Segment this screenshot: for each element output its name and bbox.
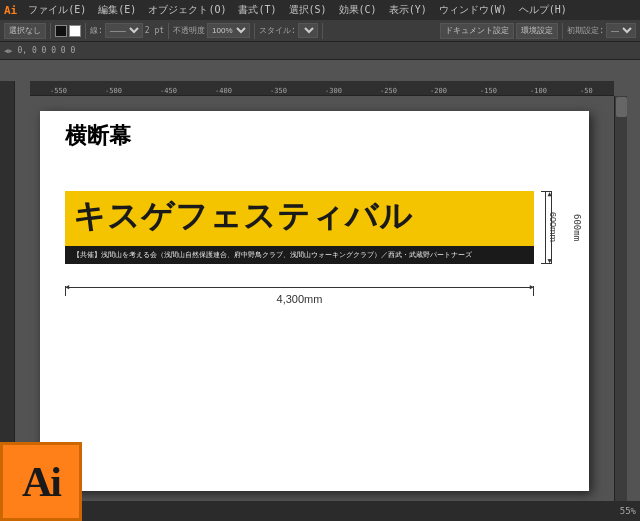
ruler-num-3: -450 — [160, 87, 177, 95]
init-select[interactable]: — — [606, 23, 636, 38]
ruler-top: -550 -500 -450 -400 -350 -300 -250 -200 … — [30, 81, 614, 96]
init-settings: 初期設定: — [567, 25, 604, 36]
toolbar-row2: ◀▶ 0, 0 0 0 0 0 — [0, 42, 640, 60]
width-tick-left — [65, 286, 66, 296]
style-select[interactable]: □ — [298, 23, 318, 38]
ai-logo-text: Ai — [22, 458, 60, 506]
status-bar: 選択 55% — [0, 501, 640, 521]
menu-type[interactable]: 書式(T) — [233, 2, 281, 18]
nav-arrows[interactable]: ◀▶ — [4, 47, 12, 55]
app-icon: Ai — [4, 4, 17, 17]
ruler-left — [0, 81, 15, 501]
fill-color[interactable] — [55, 25, 67, 37]
menu-effect[interactable]: 効果(C) — [334, 2, 382, 18]
height-text: 600mm — [572, 214, 582, 241]
menu-view[interactable]: 表示(Y) — [384, 2, 432, 18]
ruler-num-5: -350 — [270, 87, 287, 95]
workspace: -550 -500 -450 -400 -350 -300 -250 -200 … — [15, 81, 627, 501]
banner-background: キスゲフェスティバル 【共催】浅間山を考える会（浅間山自然保護連合、府中野鳥クラ… — [65, 191, 534, 264]
ruler-num-8: -200 — [430, 87, 447, 95]
ruler-num-10: -100 — [530, 87, 547, 95]
ruler-num-9: -150 — [480, 87, 497, 95]
width-line — [69, 287, 530, 288]
width-dimension: ◀ ▶ 4,300mm — [65, 283, 534, 303]
ruler-num-1: -550 — [50, 87, 67, 95]
menu-select[interactable]: 選択(S) — [284, 2, 332, 18]
stroke-color[interactable] — [69, 25, 81, 37]
right-scrollbar[interactable] — [614, 96, 627, 501]
toolbar-row1: 選択なし 線: —— 2 pt 不透明度 100% スタイル: □ ドキュメント… — [0, 20, 640, 42]
ruler-num-7: -250 — [380, 87, 397, 95]
menu-file[interactable]: ファイル(E) — [23, 2, 91, 18]
ruler-left-canvas — [0, 81, 14, 501]
menu-bar: Ai ファイル(E) 編集(E) オブジェクト(O) 書式(T) 選択(S) 効… — [0, 0, 640, 20]
ruler-num-11: -50 — [580, 87, 593, 95]
doc-title: 横断幕 — [65, 121, 131, 151]
menu-object[interactable]: オブジェクト(O) — [143, 2, 231, 18]
doc-settings-btn[interactable]: ドキュメント設定 — [440, 23, 514, 39]
document: 横断幕 キスゲフェスティバル 【共催】浅間山を考える会（浅間山自然保護連合、府中… — [40, 111, 589, 491]
scrollbar-thumb[interactable] — [616, 97, 627, 117]
canvas-area[interactable]: 横断幕 キスゲフェスティバル 【共催】浅間山を考える会（浅間山自然保護連合、府中… — [15, 96, 614, 501]
height-arrow: ▲ ▼ — [545, 191, 557, 264]
stroke-width: 2 pt — [145, 26, 164, 35]
ruler-num-4: -400 — [215, 87, 232, 95]
stroke-select[interactable]: —— — [105, 23, 143, 38]
height-dimension: 600mm ▲ ▼ 600mm — [545, 191, 582, 264]
ruler-num-6: -300 — [325, 87, 342, 95]
opacity-label: 不透明度 — [173, 25, 205, 36]
status-zoom: 55% — [620, 506, 636, 516]
width-arrow-row: ◀ ▶ — [65, 283, 534, 291]
banner-black-strip: 【共催】浅間山を考える会（浅間山自然保護連合、府中野鳥クラブ、浅間山ウォーキング… — [65, 246, 534, 264]
menu-help[interactable]: ヘルプ(H) — [514, 2, 572, 18]
selection-none[interactable]: 選択なし — [4, 23, 46, 39]
banner-sub-text: 【共催】浅間山を考える会（浅間山自然保護連合、府中野鳥クラブ、浅間山ウォーキング… — [73, 250, 472, 260]
coord-display: 0, 0 0 0 0 0 — [17, 46, 75, 55]
banner-main-text: キスゲフェスティバル — [73, 195, 529, 239]
ai-logo: Ai — [0, 442, 82, 521]
preferences-btn[interactable]: 環境設定 — [516, 23, 558, 39]
style-label: スタイル: — [259, 25, 296, 36]
ruler-num-2: -500 — [105, 87, 122, 95]
width-label: 4,300mm — [277, 293, 323, 305]
width-tick-right — [533, 286, 534, 296]
menu-edit[interactable]: 編集(E) — [93, 2, 141, 18]
opacity-select[interactable]: 100% — [207, 23, 250, 38]
banner: キスゲフェスティバル 【共催】浅間山を考える会（浅間山自然保護連合、府中野鳥クラ… — [65, 191, 534, 281]
menu-window[interactable]: ウィンドウ(W) — [434, 2, 512, 18]
stroke-label: 線: — [90, 25, 103, 36]
